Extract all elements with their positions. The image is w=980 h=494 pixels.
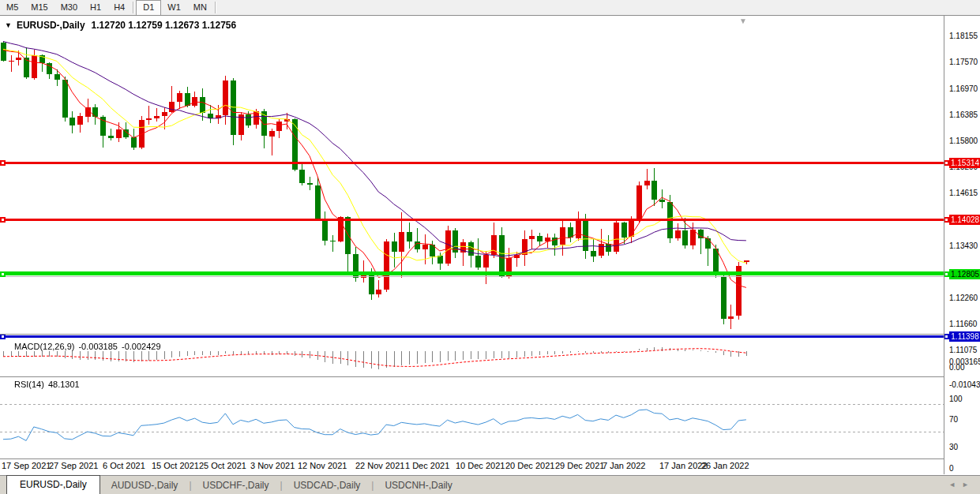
price-axis-label: 1.15800 (949, 137, 978, 145)
timeframe-button-m5[interactable]: M5 (0, 0, 24, 15)
price-axis-label: 1.14615 (949, 189, 978, 197)
symbol-dropdown-icon[interactable]: ▼ (5, 21, 12, 29)
rsi-dates-divider (0, 458, 944, 459)
macd-axis-label: 0.00 (949, 363, 964, 372)
macd-axis-label: -0.01043 (949, 380, 980, 389)
price-line-badge: 1.12805 (949, 269, 980, 279)
date-label: 10 Dec 2021 (456, 461, 505, 470)
price-axis-label: 1.11075 (949, 346, 977, 354)
badge-handle (944, 334, 949, 339)
chart-macd-divider (0, 334, 944, 335)
badge-handle (944, 217, 949, 223)
price-axis-label: 1.18155 (949, 32, 978, 40)
rsi-name: RSI(14) (14, 380, 44, 389)
tab-usdchf-daily[interactable]: USDCHF-,Daily (192, 477, 280, 493)
price-axis-label: 1.17570 (949, 58, 978, 66)
ohlc-open: 1.12720 (92, 20, 126, 31)
chart-tab-bar: EURUSD-,DailyAUDUSD-,Daily|USDCHF-,Daily… (0, 475, 980, 494)
date-label: 7 Jan 2022 (603, 461, 645, 470)
date-label: 26 Jan 2022 (701, 461, 749, 470)
macd-indicator-label: MACD(12,26,9)-0.003185-0.002429 (14, 342, 165, 351)
rsi-axis-label: 100 (949, 395, 963, 403)
line-left-handle[interactable] (0, 271, 6, 277)
tab-usdcnh-daily[interactable]: USDCNH-,Daily (374, 477, 463, 493)
line-left-handle[interactable] (0, 160, 6, 166)
mt4-chart-window: { "toolbar": { "timeframes": [ {"label":… (0, 0, 980, 494)
price-horizontal-line[interactable] (0, 335, 944, 338)
timeframe-button-m15[interactable]: M15 (24, 0, 54, 15)
timeframe-button-m30[interactable]: M30 (54, 0, 84, 15)
chart-canvas[interactable] (0, 16, 944, 458)
date-label: 25 Oct 2021 (199, 461, 246, 470)
timeframe-button-h4[interactable]: H4 (107, 0, 131, 15)
price-axis-label: 1.13430 (949, 241, 978, 250)
timeframe-button-mn[interactable]: MN (187, 0, 213, 15)
price-horizontal-line[interactable] (0, 219, 944, 221)
chart-symbol-label: EURUSD-,Daily (17, 20, 85, 31)
date-label: 20 Dec 2021 (505, 461, 554, 470)
price-axis-label: 1.16385 (949, 110, 978, 119)
line-left-handle[interactable] (0, 217, 6, 223)
chart-title: ▼EURUSD-,Daily1.12720 1.12759 1.12673 1.… (5, 20, 236, 31)
rsi-axis-label: 70 (949, 415, 958, 424)
date-label: 17 Jan 2022 (659, 461, 708, 470)
date-label: 1 Dec 2021 (405, 461, 449, 470)
price-horizontal-line[interactable] (0, 162, 944, 164)
price-line-badge: 1.14028 (949, 215, 980, 225)
chart-shift-marker-icon[interactable]: ▼ (739, 17, 747, 25)
toolbar-divider (215, 2, 216, 13)
price-axis-label: 1.11660 (949, 320, 977, 328)
rsi-axis-label: 30 (949, 443, 958, 451)
ohlc-high: 1.12759 (128, 20, 162, 31)
toolbar-divider (133, 2, 134, 13)
price-axis-label: 1.16970 (949, 84, 978, 93)
date-label: 12 Nov 2021 (298, 461, 347, 470)
macd-rsi-divider (0, 376, 944, 377)
axis-separator-line (944, 16, 944, 474)
ohlc-low: 1.12673 (165, 20, 199, 31)
price-line-badge: 1.15314 (949, 158, 980, 168)
date-label: 29 Dec 2021 (555, 461, 604, 470)
tabs-scroll-right-button[interactable]: ► (962, 481, 975, 488)
macd-signal-value: -0.002429 (122, 342, 161, 351)
date-label: 15 Oct 2021 (152, 461, 199, 470)
rsi-indicator-label: RSI(14)48.1301 (14, 380, 84, 389)
badge-handle (944, 160, 949, 166)
line-left-handle[interactable] (0, 334, 6, 339)
tab-scroll-buttons: ◄► (948, 481, 975, 488)
timeframe-button-d1[interactable]: D1 (136, 0, 161, 15)
macd-value: -0.003185 (78, 342, 118, 351)
tab-usdcad-daily[interactable]: USDCAD-,Daily (283, 477, 372, 493)
rsi-value: 48.1301 (48, 380, 80, 389)
date-label: 6 Oct 2021 (103, 461, 145, 470)
price-horizontal-line[interactable] (0, 271, 944, 275)
date-label: 22 Nov 2021 (355, 461, 404, 470)
date-label: 3 Nov 2021 (250, 461, 295, 470)
rsi-axis-label: 0 (949, 464, 954, 473)
badge-handle (944, 271, 949, 277)
tab-eurusd-daily[interactable]: EURUSD-,Daily (6, 475, 100, 494)
date-label: 27 Sep 2021 (49, 461, 98, 470)
macd-name: MACD(12,26,9) (14, 342, 74, 351)
date-label: 17 Sep 2021 (2, 461, 51, 470)
chart-region: ▼EURUSD-,Daily1.12720 1.12759 1.12673 1.… (0, 16, 980, 474)
timeframe-toolbar: M5M15M30H1H4D1W1MN (0, 0, 980, 16)
tab-audusd-daily[interactable]: AUDUSD-,Daily (100, 477, 190, 493)
timeframe-button-h1[interactable]: H1 (84, 0, 107, 15)
tabs-scroll-left-button[interactable]: ◄ (948, 481, 962, 488)
timeframe-button-w1[interactable]: W1 (161, 0, 187, 15)
bid-price-line (0, 276, 944, 277)
price-line-badge: 1.11398 (949, 331, 980, 342)
price-axis-label: 1.12260 (949, 294, 978, 302)
ohlc-close: 1.12756 (202, 20, 236, 31)
